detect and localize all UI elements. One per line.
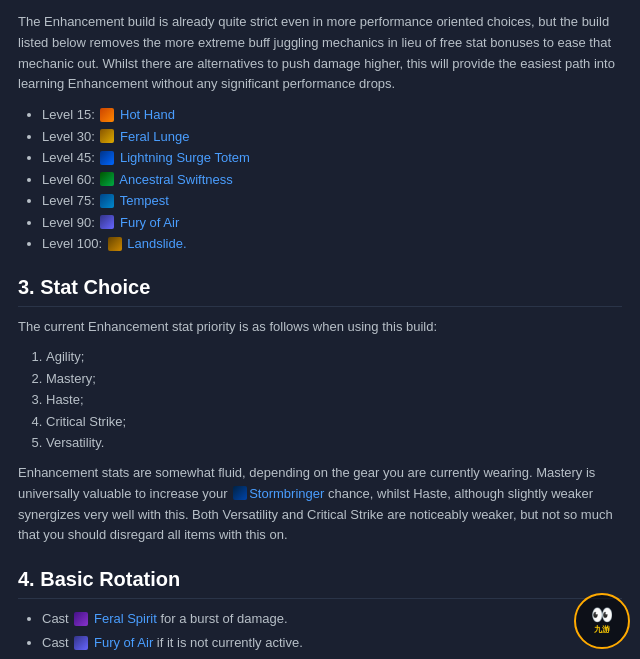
tempest-link[interactable]: Tempest bbox=[120, 193, 169, 208]
lightning-surge-link[interactable]: Lightning Surge Totem bbox=[120, 150, 250, 165]
fury-air-rotation-icon bbox=[74, 636, 88, 650]
level-label: Level 90: bbox=[42, 215, 98, 230]
list-item: Level 90: Fury of Air bbox=[42, 213, 622, 233]
list-item: Level 15: Hot Hand bbox=[42, 105, 622, 125]
level-label: Level 30: bbox=[42, 129, 98, 144]
list-item: Haste; bbox=[46, 390, 622, 410]
list-item: Cast Fury of Air if it is not currently … bbox=[42, 633, 622, 654]
watermark-label: 九游 bbox=[594, 624, 610, 636]
hot-hand-icon bbox=[100, 108, 114, 122]
main-content: The Enhancement build is already quite s… bbox=[0, 0, 640, 659]
stat-intro: The current Enhancement stat priority is… bbox=[18, 317, 622, 338]
level-label: Level 75: bbox=[42, 193, 98, 208]
ancestral-swiftness-icon bbox=[100, 172, 114, 186]
intro-paragraph: The Enhancement build is already quite s… bbox=[18, 12, 622, 95]
list-item: Cast Feral Spirit for a burst of damage. bbox=[42, 609, 622, 630]
watermark: 👀 九游 bbox=[574, 593, 630, 649]
list-item: Level 45: Lightning Surge Totem bbox=[42, 148, 622, 168]
list-item: Level 100: Landslide. bbox=[42, 234, 622, 254]
rotation-list: Cast Feral Spirit for a burst of damage.… bbox=[18, 609, 622, 659]
watermark-eyes: 👀 bbox=[591, 606, 613, 624]
list-item: Level 60: Ancestral Swiftness bbox=[42, 170, 622, 190]
tempest-icon bbox=[100, 194, 114, 208]
lightning-surge-icon bbox=[100, 151, 114, 165]
level-label: Level 60: bbox=[42, 172, 98, 187]
ancestral-swiftness-link[interactable]: Ancestral Swiftness bbox=[119, 172, 232, 187]
hot-hand-link[interactable]: Hot Hand bbox=[120, 107, 175, 122]
stat-priority-list: Agility; Mastery; Haste; Critical Strike… bbox=[18, 347, 622, 453]
fury-air-rotation-link[interactable]: Fury of Air bbox=[94, 635, 153, 650]
list-item: Versatility. bbox=[46, 433, 622, 453]
stat-description: Enhancement stats are somewhat fluid, de… bbox=[18, 463, 622, 546]
level-label: Level 45: bbox=[42, 150, 98, 165]
fury-of-air-link[interactable]: Fury of Air bbox=[120, 215, 179, 230]
level-label: Level 15: bbox=[42, 107, 98, 122]
list-item: Level 30: Feral Lunge bbox=[42, 127, 622, 147]
feral-lunge-icon bbox=[100, 129, 114, 143]
landslide-link[interactable]: Landslide. bbox=[127, 236, 186, 251]
landslide-icon-talent bbox=[108, 237, 122, 251]
level-label: Level 100: bbox=[42, 236, 106, 251]
list-item: Critical Strike; bbox=[46, 412, 622, 432]
stat-choice-title: 3. Stat Choice bbox=[18, 272, 622, 307]
feral-spirit-icon bbox=[74, 612, 88, 626]
talent-list: Level 15: Hot Hand Level 30: Feral Lunge… bbox=[18, 105, 622, 254]
feral-lunge-link[interactable]: Feral Lunge bbox=[120, 129, 189, 144]
stormbringer-link-stat[interactable]: Stormbringer bbox=[249, 486, 324, 501]
feral-spirit-link[interactable]: Feral Spirit bbox=[94, 611, 157, 626]
list-item: Level 75: Tempest bbox=[42, 191, 622, 211]
fury-of-air-icon bbox=[100, 215, 114, 229]
list-item: Mastery; bbox=[46, 369, 622, 389]
list-item: Agility; bbox=[46, 347, 622, 367]
stormbringer-icon-stat bbox=[233, 486, 247, 500]
rotation-title: 4. Basic Rotation bbox=[18, 564, 622, 599]
